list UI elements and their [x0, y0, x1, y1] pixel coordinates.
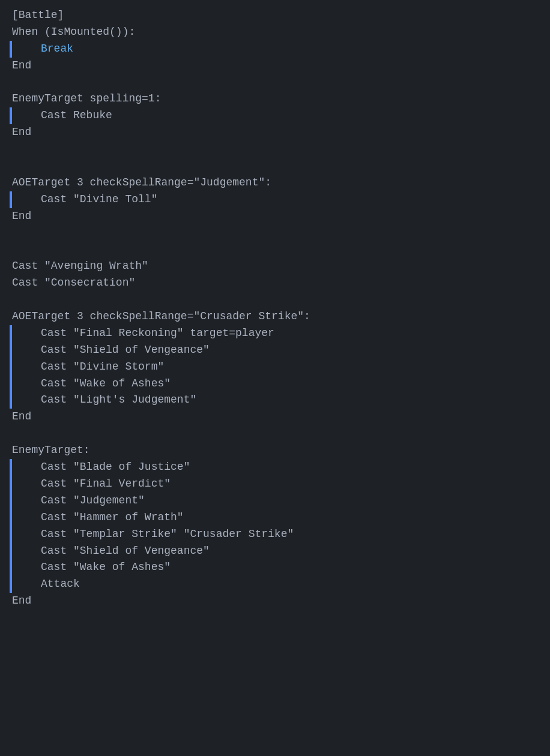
code-token: Attack [41, 578, 80, 590]
line-text: Break [12, 41, 73, 58]
code-token: Break [41, 43, 73, 55]
code-line: End [0, 593, 550, 610]
code-token: Cast "Light's Judgement" [41, 394, 196, 406]
code-token: Cast "Divine Storm" [41, 361, 164, 373]
code-token: End [12, 126, 31, 138]
code-line: Cast Rebuke [0, 107, 550, 124]
code-token: Cast "Final Reckoning" target=player [41, 327, 274, 339]
empty-line [0, 425, 550, 442]
empty-line [0, 74, 550, 91]
line-text: End [10, 208, 31, 225]
code-token: Cast "Final Verdict" [41, 478, 171, 490]
line-text: Cast "Templar Strike" "Crusader Strike" [12, 526, 294, 543]
code-token: EnemyTarget spelling=1: [12, 92, 161, 104]
line-text: Cast "Divine Storm" [12, 359, 164, 376]
code-line: End [0, 409, 550, 425]
line-text: Cast "Light's Judgement" [12, 392, 196, 409]
line-text: Cast "Shield of Vengeance" [12, 543, 210, 560]
code-line: Cast "Blade of Justice" [0, 459, 550, 476]
code-line: Cast "Final Reckoning" target=player [0, 325, 550, 342]
code-token: Cast Rebuke [41, 109, 112, 121]
code-line: Cast "Judgement" [0, 493, 550, 509]
code-line: Cast "Shield of Vengeance" [0, 543, 550, 560]
code-line: Cast "Final Verdict" [0, 476, 550, 493]
code-line: AOETarget 3 checkSpellRange="Judgement": [0, 175, 550, 191]
code-token: AOETarget 3 checkSpellRange="Judgement": [12, 176, 271, 188]
code-token: Cast "Consecration" [12, 277, 135, 289]
line-text: End [10, 593, 31, 610]
line-text: End [10, 58, 31, 74]
code-line: Cast "Consecration" [0, 275, 550, 292]
line-text: Cast "Blade of Justice" [12, 459, 190, 476]
code-line: When (IsMounted()): [0, 24, 550, 41]
empty-line [0, 141, 550, 158]
code-line: EnemyTarget: [0, 442, 550, 459]
line-text: Cast "Wake of Ashes" [12, 559, 171, 576]
line-text: Cast "Wake of Ashes" [12, 376, 171, 392]
code-line: [Battle] [0, 7, 550, 24]
code-token: Cast "Shield of Vengeance" [41, 545, 210, 557]
code-line: AOETarget 3 checkSpellRange="Crusader St… [0, 308, 550, 325]
code-token: End [12, 59, 31, 71]
line-text: Cast "Avenging Wrath" [10, 258, 148, 275]
empty-line [0, 241, 550, 258]
line-text: Attack [12, 576, 80, 593]
code-token: AOETarget 3 checkSpellRange="Crusader St… [12, 310, 310, 322]
code-line: Break [0, 41, 550, 58]
code-line: Cast "Wake of Ashes" [0, 376, 550, 392]
line-text: End [10, 124, 31, 141]
line-text: Cast "Divine Toll" [12, 191, 157, 208]
line-text: Cast "Final Reckoning" target=player [12, 325, 274, 342]
line-text: [Battle] [10, 7, 64, 24]
line-text: End [10, 409, 31, 425]
code-token: Cast "Avenging Wrath" [12, 260, 148, 272]
code-token: Cast "Blade of Justice" [41, 461, 190, 473]
empty-line [0, 225, 550, 242]
code-line: Cast "Templar Strike" "Crusader Strike" [0, 526, 550, 543]
code-token: EnemyTarget: [12, 444, 90, 456]
line-text: Cast "Hammer of Wrath" [12, 509, 184, 526]
code-token: Cast "Wake of Ashes" [41, 377, 171, 389]
code-token: End [12, 410, 31, 422]
code-line: End [0, 124, 550, 141]
code-token: Cast "Templar Strike" "Crusader Strike" [41, 528, 294, 540]
code-line: EnemyTarget spelling=1: [0, 91, 550, 107]
code-token: Cast "Judgement" [41, 494, 145, 506]
code-token: End [12, 210, 31, 222]
code-token: Cast "Wake of Ashes" [41, 561, 171, 573]
line-text: AOETarget 3 checkSpellRange="Crusader St… [10, 308, 310, 325]
code-token: Cast "Shield of Vengeance" [41, 344, 210, 356]
code-token: Cast "Hammer of Wrath" [41, 511, 184, 523]
line-text: Cast "Final Verdict" [12, 476, 171, 493]
code-line: Cast "Light's Judgement" [0, 392, 550, 409]
line-text: Cast "Shield of Vengeance" [12, 342, 210, 359]
code-line: Cast "Avenging Wrath" [0, 258, 550, 275]
code-editor: [Battle]When (IsMounted()):BreakEndEnemy… [0, 5, 550, 612]
line-text: Cast "Consecration" [10, 275, 135, 292]
line-text: AOETarget 3 checkSpellRange="Judgement": [10, 175, 271, 191]
code-line: Cast "Divine Toll" [0, 191, 550, 208]
line-text: When (IsMounted()): [10, 24, 135, 41]
empty-line [0, 292, 550, 308]
code-token: When (IsMounted()): [12, 26, 135, 38]
code-token: End [12, 595, 31, 607]
line-text: Cast "Judgement" [12, 493, 145, 509]
code-line: Attack [0, 576, 550, 593]
code-line: Cast "Shield of Vengeance" [0, 342, 550, 359]
empty-line [0, 158, 550, 175]
code-line: Cast "Hammer of Wrath" [0, 509, 550, 526]
code-line: End [0, 58, 550, 74]
line-text: EnemyTarget: [10, 442, 90, 459]
code-line: Cast "Divine Storm" [0, 359, 550, 376]
code-token: Cast "Divine Toll" [41, 193, 157, 205]
line-text: Cast Rebuke [12, 107, 112, 124]
code-line: End [0, 208, 550, 225]
line-text: EnemyTarget spelling=1: [10, 91, 161, 107]
code-line: Cast "Wake of Ashes" [0, 559, 550, 576]
